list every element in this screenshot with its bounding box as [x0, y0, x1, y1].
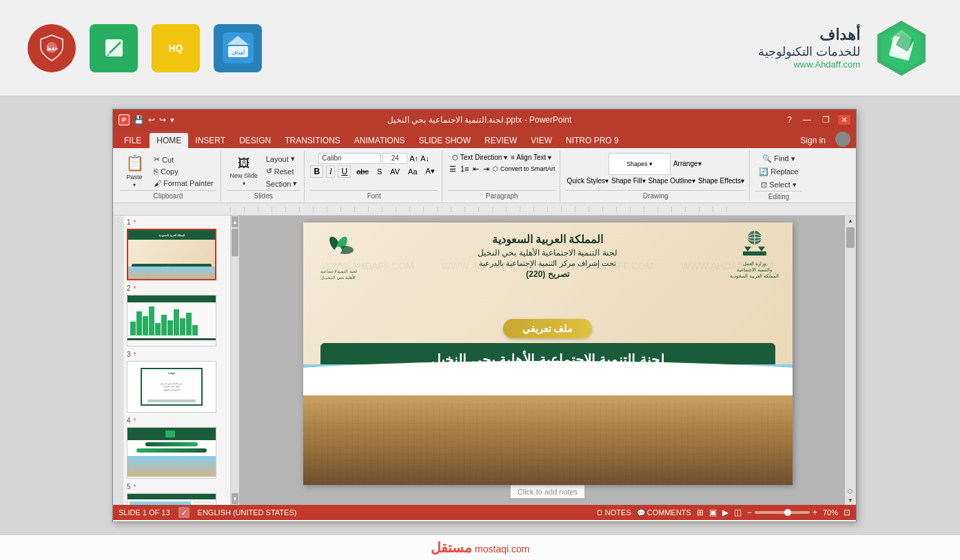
- slide-thumb-4[interactable]: 4 *: [127, 417, 227, 479]
- quick-save-icon[interactable]: 💾: [134, 115, 144, 125]
- tab-slideshow[interactable]: SLIDE SHOW: [412, 133, 478, 148]
- badge-icon-4[interactable]: أهداف: [214, 24, 262, 72]
- tab-design[interactable]: DESIGN: [232, 133, 278, 148]
- new-slide-button[interactable]: 🖼 New Slide ▾: [227, 153, 261, 190]
- slide-1-thumbnail[interactable]: المملكة العربية السعودية لجنة التنمية ال…: [127, 229, 216, 280]
- bold-button[interactable]: B: [310, 165, 323, 178]
- tab-review[interactable]: REVIEW: [478, 133, 524, 148]
- profile-button[interactable]: ملف تعريفي: [503, 319, 593, 338]
- org-logo-text-line1: لجنة التنمية لاجتماعية: [320, 269, 357, 273]
- slide-thumb-2[interactable]: 2 *: [127, 284, 227, 346]
- tab-home[interactable]: HOME: [150, 133, 188, 148]
- change-case-button[interactable]: Aa: [405, 167, 420, 176]
- minimize-button[interactable]: —: [800, 115, 814, 125]
- shapes-panel[interactable]: Shapes ▾: [609, 153, 671, 175]
- find-button[interactable]: 🔍Find▾: [759, 153, 797, 165]
- zoom-in-button[interactable]: +: [813, 508, 817, 517]
- slide-4-thumbnail[interactable]: [127, 427, 216, 479]
- close-button[interactable]: ✕: [838, 115, 850, 125]
- main-scrollbar[interactable]: ▲ ⬡ ▼: [845, 216, 856, 505]
- customize-icon[interactable]: ▾: [170, 116, 174, 125]
- underline-button[interactable]: U: [338, 165, 351, 178]
- slide-3-thumbnail[interactable]: شهادة بسم الله الرحمن الرحيم تشهد لجنة ا…: [127, 361, 216, 413]
- font-size-select[interactable]: 24: [382, 153, 407, 164]
- increase-indent-button[interactable]: ⇥: [482, 163, 491, 175]
- slide-thumb-5[interactable]: 5 *: [127, 483, 227, 505]
- bullet-list-button[interactable]: ☰: [448, 163, 458, 175]
- slide-thumb-3[interactable]: 3 * شهادة بسم الله الرحمن الرحيم تشهد لج…: [127, 351, 227, 413]
- zoom-slider[interactable]: [755, 511, 810, 514]
- redo-icon[interactable]: ↪: [159, 115, 166, 125]
- shape-fill-button[interactable]: Shape Fill▾: [611, 176, 646, 185]
- view-presenter-icon[interactable]: ◫: [734, 508, 742, 517]
- select-button[interactable]: ⊡Select▾: [758, 179, 799, 191]
- numbered-list-button[interactable]: 1≡: [459, 163, 471, 174]
- slide-5-thumbnail[interactable]: [127, 493, 216, 505]
- undo-icon[interactable]: ↩: [148, 115, 155, 125]
- shape-outline-button[interactable]: Shape Outline▾: [648, 176, 696, 185]
- restore-button[interactable]: ❐: [819, 115, 833, 125]
- arrange-button[interactable]: Arrange▾: [672, 158, 703, 169]
- shape-effects-button[interactable]: Shape Effects▾: [697, 176, 745, 185]
- text-direction-button[interactable]: ⬡ Text Direction ▾: [451, 153, 508, 162]
- scroll-expand-icon[interactable]: ⬡: [846, 487, 854, 496]
- fit-window-button[interactable]: ⊡: [844, 508, 850, 517]
- badge-icon-1[interactable]: حفظ: [28, 24, 76, 72]
- tab-nitro[interactable]: NITRO PRO 9: [559, 133, 626, 148]
- font-name-select[interactable]: Calibri: [318, 153, 380, 164]
- slide-panel-scrollbar[interactable]: ▲ ▼: [231, 216, 239, 505]
- align-text-button[interactable]: ≡ Align Text ▾: [510, 153, 552, 162]
- replace-button[interactable]: 🔄Replace: [756, 166, 801, 178]
- badge-icon-2[interactable]: [90, 24, 138, 72]
- reset-button[interactable]: ↺Reset: [263, 165, 300, 177]
- ministry-logo-icon: [737, 229, 772, 260]
- section-button[interactable]: Section▾: [263, 178, 300, 189]
- slide-permit: تصريح (220): [386, 269, 710, 279]
- badge-icon-3[interactable]: HQ: [152, 24, 200, 72]
- convert-smartart-button[interactable]: ⬡ Convert to SmartArt: [492, 165, 555, 173]
- slide-canvas-area[interactable]: ▲ ⬡ ▼ WWW.AHDAFF.COM WWW.AHDAFF.COM WWW.…: [239, 216, 856, 505]
- tab-animations[interactable]: ANIMATIONS: [347, 133, 412, 148]
- layout-button[interactable]: Layout▾: [263, 153, 300, 165]
- tab-transitions[interactable]: TRANSITIONS: [278, 133, 347, 148]
- title-bar: P 💾 ↩ ↪ ▾ لجنة.التنمية الاجتماعية بحي ال…: [113, 110, 856, 130]
- strikethrough-button[interactable]: abc: [354, 167, 371, 176]
- format-painter-button[interactable]: 🖌Format Painter: [151, 178, 216, 189]
- slide-org-logo: لجنة التنمية لاجتماعية الأهلية بحي النـخ…: [320, 233, 357, 280]
- tab-view[interactable]: VIEW: [524, 133, 559, 148]
- increase-font-button[interactable]: A↑: [409, 154, 418, 163]
- tab-signin[interactable]: Sign in: [793, 133, 833, 148]
- ribbon-group-clipboard: 📋 Paste ▾ ✂Cut ⎘Copy 🖌Format Painter: [116, 150, 221, 201]
- notes-label: NOTES: [605, 508, 631, 517]
- tab-insert[interactable]: INSERT: [188, 133, 232, 148]
- slide-panel[interactable]: 1 * المملكة العربية السعودية لجنة التنمي…: [124, 216, 231, 505]
- main-slide-canvas[interactable]: WWW.AHDAFF.COM WWW.AHDAFF.COM WWW.AHDAFF…: [303, 222, 793, 485]
- notes-bar[interactable]: Click to add notes: [511, 485, 584, 498]
- svg-text:أهداف: أهداف: [231, 49, 244, 55]
- decrease-font-button[interactable]: A↓: [420, 154, 429, 163]
- char-spacing-button[interactable]: AV: [387, 167, 402, 176]
- slide-2-thumbnail[interactable]: [127, 295, 216, 346]
- tab-file[interactable]: FILE: [116, 133, 150, 148]
- view-slideshow-icon[interactable]: ▶: [722, 508, 728, 517]
- slide-thumb-1[interactable]: 1 * المملكة العربية السعودية لجنة التنمي…: [127, 218, 227, 280]
- notes-toggle[interactable]: 🗒 NOTES: [596, 508, 631, 517]
- view-reading-icon[interactable]: ▣: [709, 508, 717, 517]
- italic-button[interactable]: I: [326, 165, 335, 178]
- view-normal-icon[interactable]: ⊞: [697, 508, 704, 517]
- decrease-indent-button[interactable]: ⇤: [471, 163, 480, 175]
- quick-styles-button[interactable]: Quick Styles▾: [566, 176, 609, 185]
- comments-toggle[interactable]: 💬 COMMENTS: [637, 508, 691, 517]
- slide-main-title: المملكة العربية السعودية: [386, 233, 710, 246]
- zoom-control[interactable]: − +: [747, 508, 817, 517]
- cut-button[interactable]: ✂Cut: [151, 154, 216, 165]
- shadow-button[interactable]: S: [374, 167, 385, 176]
- copy-button[interactable]: ⎘Copy: [151, 166, 216, 177]
- paste-button[interactable]: 📋 Paste ▾: [120, 153, 149, 190]
- zoom-out-button[interactable]: −: [747, 508, 752, 517]
- font-color-button[interactable]: A▾: [423, 166, 438, 176]
- scroll-down-icon[interactable]: ▼: [846, 496, 855, 505]
- help-button[interactable]: ?: [784, 115, 795, 125]
- zoom-level: 70%: [823, 508, 838, 517]
- title-bar-controls: ? — ❐ ✕: [784, 115, 850, 125]
